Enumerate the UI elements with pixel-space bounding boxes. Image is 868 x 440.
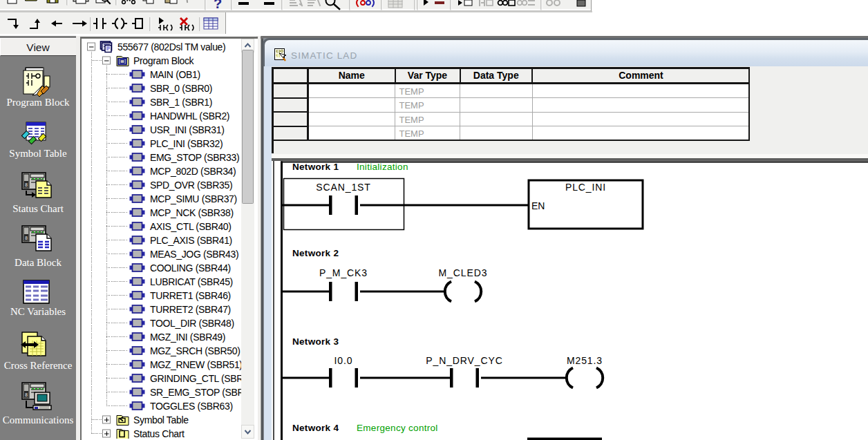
svg-text:8: 8	[25, 392, 28, 398]
svg-text:Network 4: Network 4	[292, 423, 339, 433]
svg-text:?: ?	[214, 0, 222, 11]
svg-text:PLC_INI: PLC_INI	[565, 182, 606, 193]
svg-text:EN: EN	[531, 200, 545, 211]
svg-text:8: 8	[25, 182, 28, 188]
svg-text:SCAN_1ST: SCAN_1ST	[316, 182, 371, 193]
svg-text:Network 1: Network 1	[292, 162, 339, 172]
svg-text:P_N_DRV_CYC: P_N_DRV_CYC	[426, 355, 503, 366]
svg-text:8: 8	[25, 236, 28, 241]
svg-text:M_CLED3: M_CLED3	[439, 267, 488, 278]
svg-text:Network 2: Network 2	[292, 248, 339, 258]
svg-text:M251.3: M251.3	[567, 355, 603, 366]
svg-text:P_M_CK3: P_M_CK3	[319, 267, 368, 278]
svg-text:Network 3: Network 3	[292, 336, 339, 347]
svg-text:I0.0: I0.0	[334, 355, 353, 366]
svg-text:Emergency control: Emergency control	[357, 423, 438, 433]
svg-text:Initialization: Initialization	[357, 162, 408, 172]
